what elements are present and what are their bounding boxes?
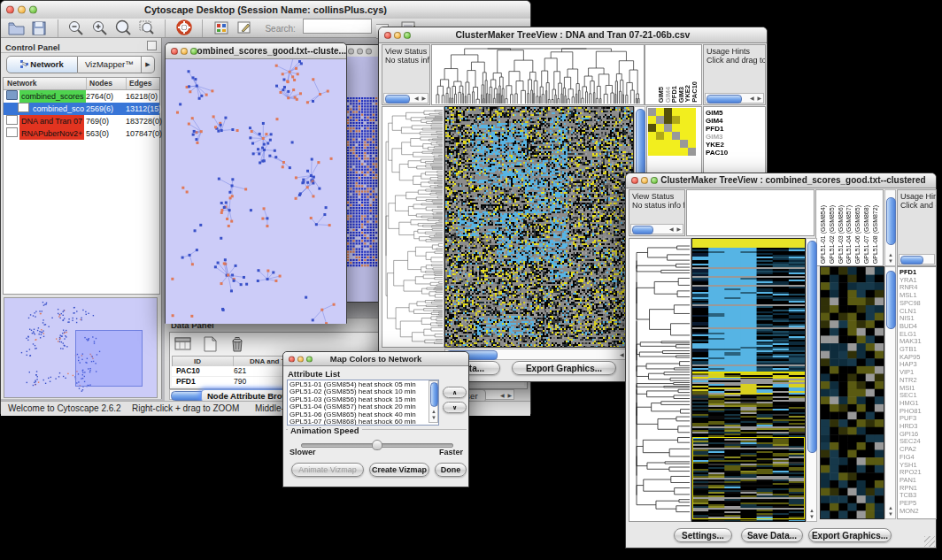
tab-overflow-arrow[interactable]: ▶ (142, 56, 155, 73)
save-icon[interactable] (29, 19, 49, 37)
float-panel-icon[interactable] (147, 41, 157, 50)
tv2-hints-scrollbar[interactable] (899, 254, 935, 265)
control-panel: Control Panel Network VizMapper™ ▶ Netwo… (1, 38, 162, 399)
vizmapper-icon[interactable] (212, 19, 231, 37)
map-colors-titlebar[interactable]: Map Colors to Network (283, 352, 468, 366)
open-folder-icon[interactable] (6, 19, 26, 37)
gene-label: GIM3 (706, 133, 765, 141)
minimize-button[interactable] (357, 48, 363, 54)
zoom-fit-icon[interactable] (137, 19, 157, 37)
tv1-row-dendrogram[interactable] (382, 107, 444, 347)
zoom-button[interactable] (651, 177, 658, 184)
tv2-v-scrollbar[interactable]: ▲▼ (806, 238, 817, 522)
view-status-text: No status info for this view (385, 56, 430, 65)
network-view-titlebar[interactable]: combined_scores_good.txt--cluste... (166, 43, 346, 59)
minimize-button[interactable] (181, 48, 188, 55)
network-list-item[interactable]: combined_scores2764(0)16218(0) (4, 90, 159, 103)
zoom-button[interactable] (306, 356, 313, 362)
help-lifering-icon[interactable] (174, 19, 194, 37)
zoom-button[interactable] (366, 48, 372, 54)
tv1-heatmap-h-scrollbar[interactable]: ◀ ▶ (444, 349, 634, 360)
tab-network[interactable]: Network (6, 56, 78, 73)
grid-network-canvas[interactable] (346, 96, 380, 270)
move-up-button[interactable]: ∧ (443, 387, 467, 398)
tv2-collabel-scrollbar[interactable]: ▲▼ (884, 189, 896, 266)
search-input[interactable] (303, 19, 372, 34)
col-header-edges[interactable]: Edges (126, 78, 152, 89)
export-graphics-button[interactable]: Export Graphics... (808, 528, 892, 542)
tv1-zoom-heatmap[interactable] (648, 108, 696, 156)
tv1-status-scrollbar[interactable]: ◀ ▶ (383, 93, 429, 104)
network-list-item[interactable]: RNAPuberNov2+563(0)107847(0) (4, 127, 159, 140)
background-network-window (342, 44, 382, 303)
close-button[interactable] (171, 48, 178, 55)
delete-attribute-icon[interactable] (228, 335, 247, 354)
tv1-heatmap-canvas[interactable] (445, 107, 633, 347)
main-titlebar[interactable]: Cytoscape Desktop (Session Name: collins… (1, 1, 530, 19)
done-button[interactable]: Done (435, 463, 467, 477)
zoom-matrix-cell (664, 116, 672, 124)
col-header-network[interactable]: Network (7, 78, 37, 89)
animate-vizmap-button[interactable]: Animate Vizmap (291, 463, 364, 477)
move-down-button[interactable]: ∨ (443, 402, 467, 413)
tv2-status-scrollbar[interactable]: ◀ ▶ (630, 224, 683, 234)
zoom-matrix-cell (656, 124, 664, 132)
zoom-matrix-cell (648, 148, 656, 156)
tv2-heatmap-canvas[interactable] (692, 239, 805, 521)
gene-label: PAC10 (706, 149, 765, 157)
attribute-list-scrollbar[interactable]: ▲▼ (429, 380, 438, 423)
tv2-row-dendrogram[interactable] (629, 239, 691, 521)
status-zoom-hint: Right-click + drag to ZOOM (132, 402, 239, 415)
background-network-titlebar[interactable] (343, 45, 382, 58)
zoom-in-icon[interactable] (90, 19, 110, 37)
new-attribute-icon[interactable] (200, 335, 220, 354)
close-button[interactable] (384, 32, 391, 39)
close-button[interactable] (631, 177, 638, 184)
attribute-table-icon[interactable] (174, 335, 193, 354)
export-graphics-button[interactable]: Export Graphics... (512, 361, 616, 375)
network-overview-panel[interactable] (4, 297, 158, 398)
tab-vizmapper[interactable]: VizMapper™ (78, 56, 142, 73)
treeview-dna-titlebar[interactable]: ClusterMaker TreeView : DNA and Tran 07-… (379, 27, 767, 43)
col-header-nodes[interactable]: Nodes (86, 78, 112, 89)
animation-speed-slider[interactable] (301, 443, 453, 448)
network-nodes-count: 563(0) (86, 127, 109, 140)
resize-grip[interactable] (924, 536, 935, 547)
minimize-button[interactable] (641, 177, 648, 184)
zoom-button[interactable] (404, 32, 411, 39)
network-overview-canvas[interactable] (4, 298, 155, 395)
tv2-column-dendrogram[interactable] (686, 189, 815, 236)
network-table: Network Nodes Edges combined_scores2764(… (3, 77, 160, 295)
attribute-list[interactable]: GPL51-01 (GSM854) heat shock 05 minGPL51… (287, 380, 439, 426)
close-button[interactable] (289, 356, 295, 362)
main-window-title: Cytoscape Desktop (Session Name: collins… (144, 4, 387, 15)
tv1-column-dendrogram[interactable] (432, 45, 644, 104)
toolbar-separator (165, 19, 166, 37)
network-graph-canvas[interactable] (166, 59, 346, 324)
minimize-button[interactable] (18, 6, 26, 14)
network-list-item[interactable]: DNA and Tran 07769(0)183728(0) (4, 115, 159, 127)
network-list-item[interactable]: combined_sco2569(6)13112(15) (4, 103, 159, 115)
network-nodes-count: 769(0) (86, 115, 109, 127)
tv2-zoom-scrollbar[interactable]: ▲▼ (884, 266, 896, 519)
attribute-list-item[interactable]: GPL51-07 (GSM868) heat shock 60 min (290, 418, 438, 426)
magnify-icon[interactable] (113, 19, 133, 37)
zoom-button[interactable] (29, 6, 37, 14)
minimize-button[interactable] (297, 356, 304, 362)
close-button[interactable] (348, 48, 354, 54)
create-vizmap-button[interactable]: Create Vizmap (369, 463, 429, 477)
minimize-button[interactable] (394, 32, 401, 39)
settings-button[interactable]: Settings... (674, 528, 732, 542)
datapanel-col-id[interactable]: ID (194, 357, 201, 366)
slider-thumb[interactable] (372, 440, 382, 450)
close-button[interactable] (6, 6, 14, 14)
treeview-combined-titlebar[interactable]: ClusterMaker TreeView : combined_scores_… (626, 173, 936, 188)
save-data-button[interactable]: Save Data... (741, 528, 803, 542)
network-nodes-count: 2569(6) (86, 103, 113, 115)
zoom-out-icon[interactable] (66, 19, 86, 37)
zoom-button[interactable] (190, 48, 197, 55)
zoom-matrix-cell (688, 148, 696, 156)
tv1-hints-scrollbar[interactable]: ◀ ▶ (705, 93, 764, 104)
tv2-zoom-heatmap[interactable] (821, 267, 884, 518)
annotation-icon[interactable] (235, 19, 254, 37)
